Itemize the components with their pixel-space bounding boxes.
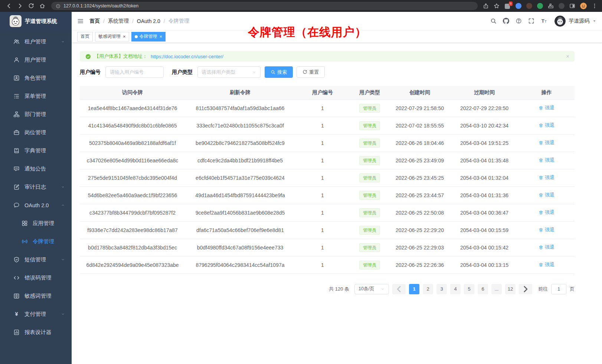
sidebar: 芋道管理系统 租户管理用户管理角色管理菜单管理部门管理岗位管理字典管理通知公告审… — [0, 12, 72, 364]
table-row: c347026e805e4d99b0d116eae66eda8ccdfc4ce9… — [80, 152, 575, 169]
user-type-cell: 管理员 — [350, 117, 389, 134]
tab-home[interactable]: 首页 — [77, 32, 93, 42]
tab-close-icon[interactable]: × — [160, 34, 163, 39]
alert-close-icon[interactable]: × — [566, 53, 569, 59]
page-size-select[interactable]: 10条/页 — [354, 284, 389, 294]
sidebar-item-post[interactable]: 岗位管理 — [0, 123, 72, 142]
force-logout-button[interactable]: 强退 — [539, 157, 554, 163]
extension-badge: 0 — [509, 1, 513, 6]
sidebar-item-dept[interactable]: 部门管理 — [0, 105, 72, 123]
url-text: 127.0.0.1:1024/system/oauth2/token — [63, 3, 138, 9]
sidebar-item-oauth2-application[interactable]: 应用管理 — [0, 214, 72, 232]
tab-sensitive-word[interactable]: 敏感词管理× — [95, 32, 129, 42]
force-logout-button[interactable]: 强退 — [539, 105, 554, 111]
extension-icon-brown[interactable] — [526, 3, 532, 9]
sidebar-item-error-code[interactable]: 错误码管理 — [0, 269, 72, 287]
sidebar-item-audit-log[interactable]: 审计日志 — [0, 178, 72, 196]
extension-icon-dark[interactable] — [559, 3, 565, 9]
tab-close-icon[interactable]: × — [123, 34, 126, 39]
reset-button[interactable]: 重置 — [297, 66, 325, 78]
page-button-6[interactable]: 6 — [478, 284, 488, 294]
page-size-value: 10条/页 — [359, 286, 374, 292]
sidebar-item-sensitive-word[interactable]: 敏感词管理 — [0, 287, 72, 305]
page-button-12[interactable]: 12 — [505, 284, 516, 294]
force-logout-label: 强退 — [545, 261, 554, 268]
sidebar-item-report-designer[interactable]: 报表设计器 — [0, 323, 72, 341]
user-type-select[interactable]: 请选择用户类型 — [197, 66, 261, 78]
expire-time-cell: 2054-03-04 00:13:15 — [450, 256, 518, 274]
svg-text:T: T — [542, 18, 544, 24]
access-token-cell: 1ea5e44f8bc1467aaede43144f31de76 — [80, 99, 185, 117]
tab-oauth2-token[interactable]: 令牌管理× — [131, 32, 166, 42]
goto-page-input[interactable] — [551, 284, 566, 294]
sidebar-item-menu[interactable]: 菜单管理 — [0, 87, 72, 105]
alert-doc-link[interactable]: https://doc.iocoder.cn/user-center/ — [151, 54, 223, 59]
search-button[interactable] — [490, 18, 497, 24]
chevron-down-icon — [61, 312, 65, 316]
user-type-cell: 管理员 — [350, 134, 389, 152]
force-logout-button[interactable]: 强退 — [539, 139, 554, 146]
sidebar-item-dict[interactable]: 字典管理 — [0, 142, 72, 160]
force-logout-button[interactable]: 强退 — [539, 122, 554, 129]
sensitive-words-icon — [13, 293, 20, 299]
delete-icon — [539, 228, 543, 232]
share-button[interactable] — [483, 3, 489, 9]
site-info-icon[interactable] — [56, 4, 60, 9]
table-row: 1ea5e44f8bc1467aaede43144f31de76811c5304… — [80, 99, 575, 117]
force-logout-button[interactable]: 强退 — [539, 209, 554, 216]
bookmark-star-button[interactable] — [494, 3, 500, 9]
split-view-button[interactable] — [569, 3, 575, 9]
sidebar-item-oauth2[interactable]: OAuth 2.0 — [0, 196, 72, 214]
user-type-cell: 管理员 — [350, 239, 389, 256]
force-logout-button[interactable]: 强退 — [539, 261, 554, 268]
page-button-5[interactable]: 5 — [464, 284, 474, 294]
extension-icon-green[interactable] — [537, 3, 543, 9]
user-type-tag: 管理员 — [359, 139, 380, 148]
sidebar-item-label: 通知公告 — [24, 165, 65, 172]
github-link[interactable] — [503, 18, 509, 24]
reload-button[interactable] — [28, 3, 34, 9]
breadcrumb-item[interactable]: 首页 — [89, 18, 100, 24]
app-logo[interactable]: 芋道管理系统 — [0, 12, 72, 30]
font-size-button[interactable]: TT — [541, 18, 547, 24]
breadcrumb-item[interactable]: OAuth 2.0 — [137, 18, 160, 24]
browser-menu-button[interactable] — [592, 3, 598, 9]
next-page-button[interactable] — [519, 284, 532, 294]
sidebar-item-notice[interactable]: 通知公告 — [0, 160, 72, 178]
user-id-input[interactable] — [105, 66, 164, 78]
action-cell: 强退 — [518, 152, 575, 169]
force-logout-button[interactable]: 强退 — [539, 226, 554, 233]
browser-profile-avatar[interactable] — [580, 3, 587, 9]
fullscreen-button[interactable] — [528, 18, 534, 24]
force-logout-label: 强退 — [545, 244, 554, 251]
url-bar[interactable]: 127.0.0.1:1024/system/oauth2/token — [51, 2, 478, 10]
sidebar-item-tenant[interactable]: 租户管理 — [0, 33, 72, 51]
delete-icon — [539, 106, 543, 110]
forward-button[interactable] — [17, 3, 23, 9]
breadcrumb-item[interactable]: 系统管理 — [108, 18, 129, 24]
extension-icon-badged[interactable]: 0 — [504, 3, 511, 9]
force-logout-button[interactable]: 强退 — [539, 244, 554, 251]
page-button-4[interactable]: 4 — [450, 284, 461, 294]
sidebar-item-pay[interactable]: ¥支付管理 — [0, 305, 72, 323]
sidebar-item-role[interactable]: 角色管理 — [0, 69, 72, 87]
extensions-puzzle-icon[interactable] — [548, 3, 554, 9]
back-button[interactable] — [6, 3, 12, 9]
sidebar-item-sms[interactable]: 短信管理 — [0, 251, 72, 269]
page-button-3[interactable]: 3 — [436, 284, 447, 294]
table-row: c342377bf8b344799dcbf7bf095287f29ce8ef2a… — [80, 204, 575, 221]
extension-icon-blue[interactable] — [516, 3, 521, 9]
force-logout-button[interactable]: 强退 — [539, 192, 554, 198]
force-logout-button[interactable]: 强退 — [539, 174, 554, 181]
page-button-2[interactable]: 2 — [423, 284, 433, 294]
help-button[interactable] — [516, 18, 522, 24]
home-button[interactable] — [39, 3, 45, 9]
page-button-1[interactable]: 1 — [409, 284, 419, 294]
sidebar-item-oauth2-token[interactable]: 令牌管理 — [0, 232, 72, 251]
sidebar-toggle-button[interactable] — [77, 18, 84, 24]
search-submit-button[interactable]: 搜索 — [265, 66, 293, 78]
page-more-button[interactable]: ... — [491, 284, 502, 294]
user-menu[interactable]: 芋道源码 — [554, 16, 596, 27]
sidebar-item-user[interactable]: 用户管理 — [0, 51, 72, 69]
prev-page-button[interactable] — [392, 284, 406, 294]
